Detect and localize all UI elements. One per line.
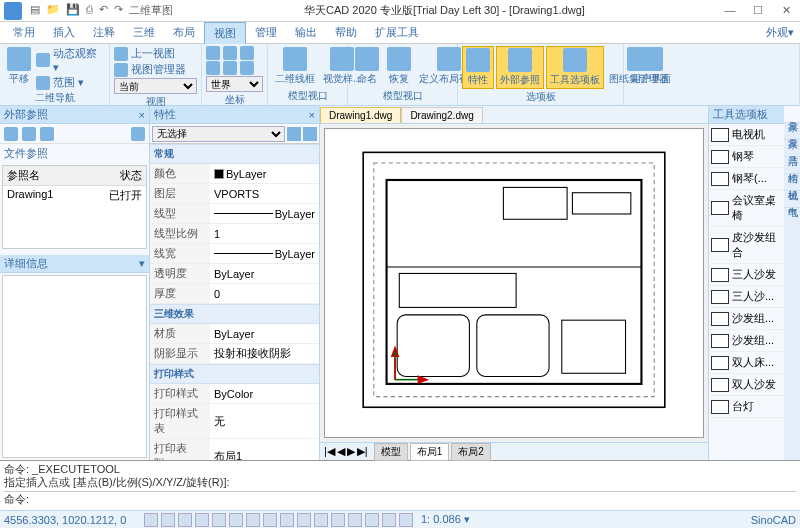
drawing-viewport[interactable] [324,128,704,438]
close-button[interactable]: ✕ [772,4,800,17]
prop-row[interactable]: 阴影显示投射和接收阴影 [150,344,319,364]
tool-item-8[interactable]: 沙发组... [709,330,784,352]
status-toggle-10[interactable] [314,513,328,527]
layout-tab-0[interactable]: 模型 [374,443,408,461]
xref-tb3[interactable] [40,127,54,141]
tool-item-11[interactable]: 台灯 [709,396,784,418]
vp-nav-prev[interactable]: ◀ [337,445,345,458]
tool-item-3[interactable]: 会议室桌椅 [709,190,784,227]
tool-cat-3[interactable]: 结构 [784,157,800,174]
vp-nav-last[interactable]: ▶| [357,445,368,458]
tool-cat-2[interactable]: 洁具 [784,140,800,157]
zoom-display[interactable]: 1: 0.086 ▾ [421,513,470,526]
prop-cat-general[interactable]: 常规 [150,144,319,164]
qat-save-icon[interactable]: 💾 [66,3,80,18]
ucs-icon[interactable] [206,46,220,60]
xref-close-icon[interactable]: × [139,109,145,121]
status-toggle-3[interactable] [195,513,209,527]
tool-item-10[interactable]: 双人沙发 [709,374,784,396]
tool-cat-5[interactable]: 电气 [784,191,800,208]
doc-tab-1[interactable]: Drawing2.dwg [401,107,482,123]
pan-button[interactable]: 平移 [4,46,34,87]
xref-palette-button[interactable]: 外部参照 [496,46,544,89]
status-toggle-7[interactable] [263,513,277,527]
status-toggle-8[interactable] [280,513,294,527]
prop-row[interactable]: 颜色ByLayer [150,164,319,184]
ucs-icon4[interactable] [206,61,220,75]
ucs-icon6[interactable] [240,61,254,75]
status-toggle-6[interactable] [246,513,260,527]
menu-tab-9[interactable]: 扩展工具 [366,22,428,44]
qat-new-icon[interactable]: ▤ [30,3,40,18]
xref-tb1[interactable] [4,127,18,141]
tool-item-1[interactable]: 钢琴 [709,146,784,168]
xref-row[interactable]: Drawing1已打开 [3,186,146,205]
named-button[interactable]: 命名 [352,46,382,87]
prop-row[interactable]: 打印样式表无 [150,404,319,439]
status-toggle-4[interactable] [212,513,226,527]
extent-button[interactable]: 范围 ▾ [36,75,105,90]
orbit-button[interactable]: 动态观察 ▾ [36,46,105,74]
doc-tab-0[interactable]: Drawing1.dwg [320,107,401,123]
prop-row[interactable]: 打印表附...布局1 [150,439,319,460]
tool-cat-4[interactable]: 机械 [784,174,800,191]
prop-row[interactable]: 厚度0 [150,284,319,304]
wireframe-button[interactable]: 二维线框 [272,46,318,87]
prop-row[interactable]: 线型ByLayer [150,204,319,224]
status-toggle-0[interactable] [144,513,158,527]
status-toggle-15[interactable] [399,513,413,527]
menu-tab-7[interactable]: 输出 [286,22,326,44]
layout-tab-1[interactable]: 布局1 [410,443,450,461]
view-mgr-button[interactable]: 视图管理器 [114,62,197,77]
status-toggle-1[interactable] [161,513,175,527]
ucs-icon2[interactable] [223,46,237,60]
tool-item-5[interactable]: 三人沙发 [709,264,784,286]
tool-item-4[interactable]: 皮沙发组合 [709,227,784,264]
tool-item-0[interactable]: 电视机 [709,124,784,146]
command-input[interactable] [29,492,796,507]
xref-tb2[interactable] [22,127,36,141]
tool-cat-0[interactable]: 家具 [784,106,800,123]
prop-row[interactable]: 线宽ByLayer [150,244,319,264]
ucs-icon5[interactable] [223,61,237,75]
props-selection[interactable]: 无选择 [152,126,285,142]
tool-item-9[interactable]: 双人床... [709,352,784,374]
qat-open-icon[interactable]: 📁 [46,3,60,18]
prop-row[interactable]: 材质ByLayer [150,324,319,344]
tool-cat-1[interactable]: 家具 [784,123,800,140]
props-pick-icon[interactable] [287,127,301,141]
minimize-button[interactable]: — [716,4,744,17]
menu-tab-8[interactable]: 帮助 [326,22,366,44]
appearance-menu[interactable]: 外观▾ [766,25,800,40]
menu-tab-6[interactable]: 管理 [246,22,286,44]
app-logo[interactable] [4,2,22,20]
tool-item-7[interactable]: 沙发组... [709,308,784,330]
view-select[interactable]: 当前 [114,78,197,94]
layout-tab-2[interactable]: 布局2 [451,443,491,461]
qat-print-icon[interactable]: ⎙ [86,3,93,18]
ucs-select[interactable]: 世界 [206,76,263,92]
qat-redo-icon[interactable]: ↷ [114,3,123,18]
qat-undo-icon[interactable]: ↶ [99,3,108,18]
ui-button[interactable]: 用户界面 [628,46,674,87]
menu-tab-3[interactable]: 三维 [124,22,164,44]
prop-row[interactable]: 线型比例1 [150,224,319,244]
prop-row[interactable]: 打印样式ByColor [150,384,319,404]
detail-toggle-icon[interactable]: ▾ [139,257,145,270]
status-toggle-12[interactable] [348,513,362,527]
status-toggle-9[interactable] [297,513,311,527]
prop-row[interactable]: 透明度ByLayer [150,264,319,284]
tool-item-6[interactable]: 三人沙... [709,286,784,308]
ucs-icon3[interactable] [240,46,254,60]
status-toggle-14[interactable] [382,513,396,527]
menu-tab-0[interactable]: 常用 [4,22,44,44]
status-toggle-5[interactable] [229,513,243,527]
vp-nav-first[interactable]: |◀ [324,445,335,458]
menu-tab-1[interactable]: 插入 [44,22,84,44]
prop-cat-fx[interactable]: 三维效果 [150,304,319,324]
xref-tb4[interactable] [131,127,145,141]
prop-row[interactable]: 图层VPORTS [150,184,319,204]
status-toggle-11[interactable] [331,513,345,527]
coords-display[interactable]: 4556.3303, 1020.1212, 0 [4,514,144,526]
qat-dropdown[interactable]: 二维草图 [129,3,173,18]
